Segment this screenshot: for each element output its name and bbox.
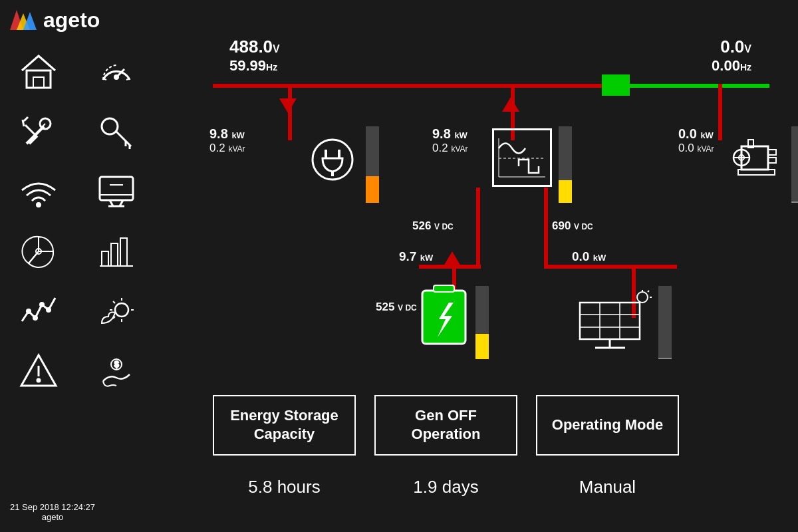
svg-text:$: $ [114,360,119,369]
battery-kw-label: 9.7 kW [399,249,433,264]
svg-point-20 [37,203,41,207]
energy-storage-box[interactable]: Energy StorageCapacity [213,395,356,456]
battery-arrow-up [444,251,461,266]
svg-point-36 [115,303,128,317]
svg-line-17 [116,131,131,146]
svg-point-45 [37,378,40,382]
sidebar-item-trends[interactable] [10,286,66,336]
battery-icon-svg [419,283,469,349]
sidebar-item-analytics[interactable] [10,226,66,276]
load-kvar: 0.2 kVAr [209,142,245,155]
inverter-kw-block: 9.8 kW 0.2 kVAr [432,126,468,155]
energy-storage-value-area: 5.8 hours [213,477,356,497]
inverter-bar-bg [559,126,572,203]
sidebar-item-network[interactable] [10,166,66,216]
red-vert-gen [718,84,722,140]
svg-rect-29 [111,243,118,266]
info-boxes-row: Energy StorageCapacity Gen OFFOperation … [213,395,679,456]
operating-mode-box[interactable]: Operating Mode [536,395,679,456]
gen-off-box[interactable]: Gen OFFOperation [374,395,517,456]
sidebar-item-weather[interactable] [88,286,145,336]
plug-icon [306,133,359,186]
energy-storage-value: 5.8 hours [248,477,320,497]
sidebar-item-tools[interactable] [10,106,66,156]
sidebar-datetime: 21 Sep 2018 12:24:27 ageto [10,502,95,522]
logo-text: ageto [43,8,100,33]
gen-bar-bg [791,126,798,203]
inverter-wave-icon [495,132,549,184]
load-block: 9.8 kW 0.2 kVAr [209,126,245,155]
sidebar-item-home[interactable] [10,47,66,96]
battery-bar-bg [475,286,489,359]
sidebar-item-billing[interactable]: $ [88,346,145,396]
svg-rect-65 [434,285,454,292]
inverter-kw: 9.8 kW [432,126,468,142]
battery-vdc-top-label: 526 V DC [412,219,454,233]
svg-line-75 [648,291,649,292]
datetime-text: 21 Sep 2018 12:24:27 [10,502,95,512]
solar-icon-svg [579,289,652,349]
energy-storage-label: Energy StorageCapacity [230,406,338,444]
battery-vdc-bottom-label: 525 V DC [376,301,417,314]
svg-point-33 [33,316,37,320]
generator-icon [732,133,788,186]
green-bus [630,84,769,88]
operating-mode-value: Manual [579,477,636,497]
red-bus-left [213,84,605,88]
sidebar-item-access[interactable] [88,106,145,156]
gen-icon [732,133,788,183]
solar-bar-bg [658,286,672,359]
logo-icon [10,7,37,33]
top-left-frequency: 59.99Hz [229,57,280,74]
top-left-voltage: 488.0V [229,37,280,57]
tools-icon [19,112,59,152]
top-right-frequency: 0.00Hz [712,57,751,74]
load-bar-bg [366,126,379,203]
svg-rect-56 [768,150,776,155]
svg-rect-4 [33,77,44,88]
gen-bar-fill [791,201,798,203]
inverter-dc-right [544,188,548,267]
load-plug-icon [306,133,359,189]
chart-icon [96,231,136,271]
svg-rect-28 [102,251,108,266]
inverter-icon-box [492,128,552,187]
sidebar-item-alerts[interactable] [10,346,66,396]
load-arrow-down [279,98,297,113]
svg-line-14 [24,117,28,121]
svg-point-72 [637,292,648,303]
weather-icon [96,291,136,331]
battery-icon [419,283,469,352]
svg-line-13 [25,125,35,135]
inverter-arrow-up [502,97,519,112]
operating-mode-label: Operating Mode [552,416,663,435]
inverter-kvar: 0.2 kVAr [432,142,468,155]
main-content: 488.0V 59.99Hz 0.0V 0.00Hz 9.8 kW 0.2 [173,0,798,532]
billing-icon: $ [96,351,136,391]
trend-icon [19,291,59,331]
monitor-icon [96,172,136,211]
dc-bus-right-h [544,265,677,269]
green-connector-box [602,74,630,96]
top-right-readings: 0.0V 0.00Hz [712,37,751,74]
logo-area: ageto [10,7,100,33]
sidebar-item-monitor[interactable] [88,166,145,216]
sidebar: ageto [0,0,173,532]
info-values-row: 5.8 hours 1.9 days Manual [213,477,679,497]
sidebar-item-dashboard[interactable] [88,47,145,96]
solar-icon [579,289,652,352]
gen-kvar: 0.0 kVAr [678,142,714,155]
svg-rect-57 [768,158,776,163]
sidebar-icons-grid: $ [10,47,156,396]
company-text: ageto [10,512,95,522]
sidebar-item-charts[interactable] [88,226,145,276]
alert-icon [19,351,59,391]
inverter-bar-fill [559,180,572,203]
svg-point-34 [40,303,44,307]
svg-rect-67 [580,303,640,339]
svg-rect-3 [27,70,51,88]
gen-off-value: 1.9 days [413,477,478,497]
svg-rect-21 [100,177,133,200]
svg-point-35 [47,308,51,312]
battery-bar-fill [475,334,489,360]
